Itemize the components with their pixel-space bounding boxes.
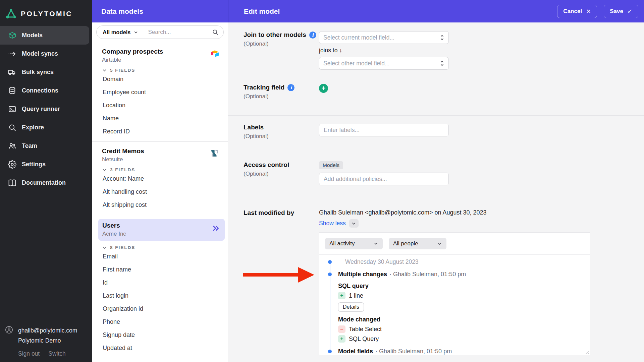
- chevron-down-icon: [102, 245, 107, 250]
- sidebar-item-models[interactable]: Models: [0, 26, 89, 45]
- last-modified-label: Last modified by: [244, 209, 294, 217]
- other-model-field-select[interactable]: Select other model field...: [319, 57, 449, 70]
- add-tracking-field-button[interactable]: +: [319, 84, 328, 93]
- cancel-button[interactable]: Cancel ✕: [557, 5, 597, 18]
- info-icon[interactable]: i: [309, 32, 316, 39]
- show-less-chevron-button[interactable]: [349, 219, 359, 228]
- book-icon: [8, 179, 16, 187]
- timeline-date-text: Wednesday 30 August 2023: [345, 258, 419, 265]
- sign-out-link[interactable]: Sign out: [18, 350, 40, 357]
- model-card-users: UsersAcme Inc8 FIELDSEmailFirst nameIdLa…: [92, 219, 228, 358]
- labels-section: Labels (Optional): [228, 116, 644, 153]
- model-filter-dropdown[interactable]: All models: [97, 26, 143, 39]
- field-row-email[interactable]: Email: [92, 250, 228, 263]
- user-org: Polytomic Demo: [18, 336, 77, 346]
- sidebar-item-model-syncs[interactable]: Model syncs: [0, 45, 92, 63]
- models-policy-tag: Models: [319, 161, 343, 169]
- join-label: Join to other models: [244, 31, 306, 39]
- chevron-down-icon: [133, 30, 138, 35]
- details-button[interactable]: Details: [338, 302, 364, 312]
- field-row-signup-date[interactable]: Signup date: [92, 328, 228, 342]
- expand-model-icon[interactable]: [212, 225, 220, 232]
- chevron-down-icon: [102, 68, 107, 73]
- field-row-account-name[interactable]: Account: Name: [92, 172, 228, 185]
- field-row-location[interactable]: Location: [92, 99, 228, 112]
- model-list: Company prospectsAirtable5 FIELDSDomainE…: [92, 42, 228, 358]
- save-button[interactable]: Save ✓: [604, 5, 638, 18]
- sidebar-item-label: Connections: [22, 87, 58, 94]
- switch-link[interactable]: Switch: [48, 350, 66, 357]
- sidebar-item-query-runner[interactable]: Query runner: [0, 100, 92, 118]
- sidebar-item-documentation[interactable]: Documentation: [0, 174, 92, 192]
- event-title: Multiple changes: [338, 271, 387, 278]
- fields-count-label: 8 FIELDS: [110, 245, 135, 250]
- current-model-field-placeholder: Select current model field...: [323, 34, 394, 41]
- sidebar-item-bulk-syncs[interactable]: Bulk syncs: [0, 63, 92, 81]
- sidebar-item-team[interactable]: Team: [0, 137, 92, 155]
- fields-toggle-credit-memos[interactable]: 3 FIELDS: [92, 167, 228, 172]
- magnifier-icon: [8, 123, 16, 132]
- sidebar-item-settings[interactable]: Settings: [0, 155, 92, 174]
- field-row-phone[interactable]: Phone: [92, 315, 228, 328]
- diff-text: Table Select: [349, 326, 382, 333]
- fields-toggle-users[interactable]: 8 FIELDS: [92, 245, 228, 250]
- sidebar-item-label: Documentation: [22, 179, 66, 186]
- field-row-updated-at[interactable]: Updated at: [92, 342, 228, 355]
- last-modified-value: Ghalib Suleiman <ghalib@polytomic.com> o…: [319, 209, 590, 216]
- field-row-alt-shipping-cost[interactable]: Alt shipping cost: [92, 198, 228, 212]
- field-row-record-id[interactable]: Record ID: [92, 125, 228, 138]
- sidebar-item-explore[interactable]: Explore: [0, 118, 92, 137]
- join-optional: (Optional): [244, 41, 319, 47]
- field-row-last-login[interactable]: Last login: [92, 289, 228, 302]
- timeline-dot: [328, 273, 332, 276]
- airtable-icon: [210, 49, 219, 58]
- current-model-field-select[interactable]: Select current model field...: [319, 31, 449, 44]
- field-row-alt-handling-cost[interactable]: Alt handling cost: [92, 185, 228, 198]
- database-icon: [8, 86, 16, 95]
- labels-input[interactable]: [319, 124, 449, 136]
- access-label: Access control: [244, 161, 289, 169]
- activity-type-filter[interactable]: All activity: [325, 238, 383, 249]
- model-search-input[interactable]: [143, 26, 212, 39]
- last-modified-section: Last modified by Ghalib Suleiman <ghalib…: [228, 201, 644, 362]
- brand: POLYTOMIC: [0, 0, 92, 21]
- tracking-label: Tracking field: [244, 84, 284, 91]
- search-icon: [212, 29, 219, 36]
- access-optional: (Optional): [244, 171, 319, 177]
- fields-toggle-company-prospects[interactable]: 5 FIELDS: [92, 68, 228, 73]
- activity-filter-bar: All activity All people: [319, 233, 590, 255]
- people-icon: [8, 142, 16, 150]
- event-meta: · Ghalib Suleiman, 01:50 pm: [389, 271, 466, 278]
- model-head-company-prospects[interactable]: Company prospectsAirtable: [92, 42, 228, 63]
- diff-text: 1 line: [349, 292, 363, 299]
- brand-name: POLYTOMIC: [21, 10, 72, 18]
- terminal-icon: [8, 105, 16, 113]
- field-row-name[interactable]: Name: [92, 112, 228, 125]
- model-title: Credit Memos: [102, 147, 218, 155]
- model-title: Company prospects: [102, 48, 218, 55]
- model-card-company-prospects: Company prospectsAirtable5 FIELDSDomainE…: [92, 42, 228, 142]
- timeline-event-multiple-changes: Multiple changes· Ghalib Suleiman, 01:50…: [338, 270, 585, 278]
- joins-to-label: joins to ↓: [319, 47, 449, 54]
- activity-people-filter[interactable]: All people: [389, 238, 446, 249]
- field-row-id[interactable]: Id: [92, 276, 228, 289]
- model-source: Netsuite: [102, 156, 218, 163]
- sidebar-item-connections[interactable]: Connections: [0, 81, 92, 100]
- field-row-organization-id[interactable]: Organization id: [92, 302, 228, 315]
- sidebar-item-label: Explore: [22, 124, 44, 131]
- chevron-down-icon: [351, 221, 356, 226]
- field-row-domain[interactable]: Domain: [92, 73, 228, 86]
- timeline-event-model-fields: Model fields· Ghalib Suleiman, 01:50 pm: [338, 347, 585, 355]
- user-block: ghalib@polytomic.com Polytomic Demo Sign…: [0, 325, 92, 362]
- models-search-row: All models: [92, 22, 228, 42]
- change-group-sql-query: SQL query: [338, 283, 585, 290]
- policies-input[interactable]: [319, 173, 449, 185]
- activity-panel: All activity All people Wednesda: [319, 232, 590, 355]
- field-row-first-name[interactable]: First name: [92, 263, 228, 276]
- model-head-credit-memos[interactable]: Credit MemosNetsuite: [92, 142, 228, 163]
- field-row-employee-count[interactable]: Employee count: [92, 86, 228, 99]
- info-icon[interactable]: i: [287, 84, 294, 91]
- show-less-link[interactable]: Show less: [319, 220, 346, 227]
- labels-optional: (Optional): [244, 133, 319, 140]
- model-head-users[interactable]: UsersAcme Inc: [98, 219, 225, 241]
